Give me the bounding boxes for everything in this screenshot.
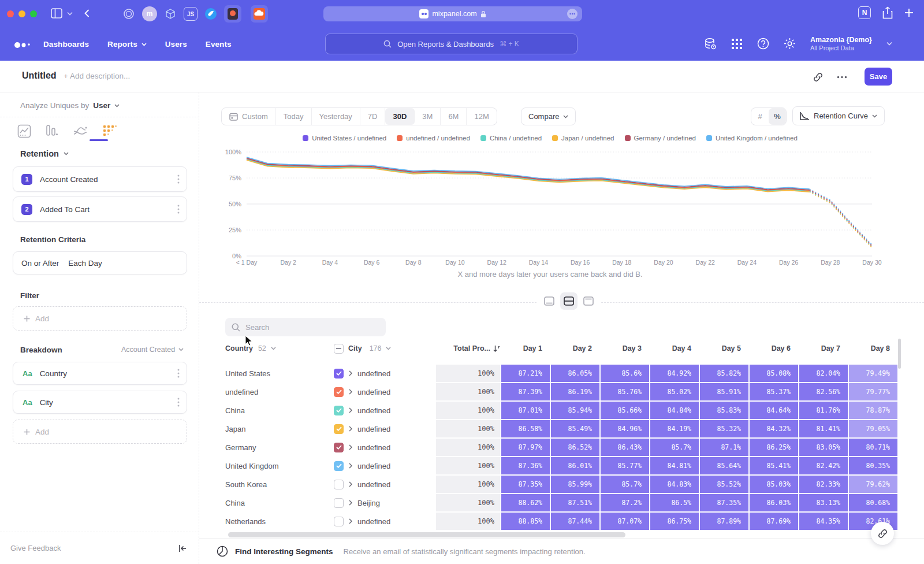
range-3m[interactable]: 3M	[415, 108, 441, 125]
tab-retention-icon[interactable]	[102, 124, 117, 138]
column-header-day[interactable]: Day 2	[550, 344, 599, 352]
expand-row-icon[interactable]	[349, 500, 352, 506]
expand-row-icon[interactable]	[349, 389, 352, 395]
report-title[interactable]: Untitled	[22, 70, 57, 81]
compare-dropdown[interactable]: Compare	[521, 107, 576, 125]
browser-sidebar-icon[interactable]	[51, 8, 62, 18]
browser-extension-target-icon[interactable]	[121, 6, 136, 21]
cell-day-value[interactable]: 79.62%	[849, 476, 898, 493]
expand-row-icon[interactable]	[349, 370, 352, 376]
cell-day-value[interactable]: 79.05%	[849, 420, 898, 437]
breakdown-card-city[interactable]: Aa City	[13, 391, 187, 414]
browser-extension-cube-icon[interactable]	[163, 6, 178, 21]
column-header-day[interactable]: Day 7	[798, 344, 848, 352]
cell-day-value[interactable]: 83.05%	[799, 439, 848, 456]
cell-day-value[interactable]: 87.89%	[700, 513, 749, 530]
column-header-day[interactable]: Day 5	[699, 344, 748, 352]
help-icon[interactable]	[757, 38, 769, 50]
cell-day-value[interactable]: 86.43%	[601, 439, 650, 456]
cell-day-value[interactable]: 87.35%	[700, 494, 749, 511]
cell-day-value[interactable]: 86.01%	[551, 457, 600, 474]
vertical-scrollbar[interactable]	[898, 339, 901, 369]
add-breakdown-button[interactable]: Add	[13, 420, 187, 444]
cell-day-value[interactable]: 85.7%	[650, 439, 699, 456]
format-percent-button[interactable]: %	[769, 108, 786, 125]
cell-day-value[interactable]: 87.69%	[750, 513, 799, 530]
cell-day-value[interactable]: 85.49%	[551, 420, 600, 437]
row-checkbox[interactable]	[334, 517, 344, 526]
minimize-window-button[interactable]	[18, 10, 25, 17]
legend-item[interactable]: United Kingdom / undefined	[706, 135, 798, 142]
column-header-country[interactable]: Country 52	[217, 344, 326, 352]
range-7d[interactable]: 7D	[360, 108, 386, 125]
cell-day-value[interactable]: 81.41%	[799, 420, 848, 437]
table-row[interactable]: United Kingdomundefined100%87.36%86.01%8…	[217, 457, 904, 474]
cell-day-value[interactable]: 88.62%	[501, 494, 550, 511]
breakdown-scope-select[interactable]: Account Created	[121, 346, 184, 354]
view-split-button[interactable]	[560, 292, 578, 310]
cell-day-value[interactable]: 86.03%	[750, 494, 799, 511]
tab-insights-icon[interactable]	[17, 124, 31, 138]
cell-day-value[interactable]: 85.52%	[700, 476, 749, 493]
column-header-day[interactable]: Day 1	[500, 344, 550, 352]
cell-day-value[interactable]: 80.71%	[849, 439, 898, 456]
cell-day-value[interactable]: 87.2%	[601, 494, 650, 511]
nav-dashboards[interactable]: Dashboards	[43, 40, 89, 49]
range-custom[interactable]: Custom	[222, 108, 276, 125]
table-row[interactable]: Germanyundefined100%87.97%86.52%86.43%85…	[217, 439, 904, 456]
range-yesterday[interactable]: Yesterday	[312, 108, 360, 125]
more-options-icon[interactable]	[837, 76, 847, 79]
cell-day-value[interactable]: 87.36%	[501, 457, 550, 474]
cell-day-value[interactable]: 84.35%	[799, 513, 848, 530]
browser-address-bar[interactable]: mixpanel.com	[323, 6, 582, 21]
expand-row-icon[interactable]	[349, 426, 352, 432]
table-row[interactable]: South Koreaundefined100%87.35%85.99%85.7…	[217, 476, 904, 493]
cell-day-value[interactable]: 87.51%	[551, 494, 600, 511]
cell-day-value[interactable]: 84.64%	[750, 402, 799, 419]
cell-day-value[interactable]: 87.44%	[551, 513, 600, 530]
retention-criteria-card[interactable]: On or After Each Day	[13, 251, 187, 274]
column-header-total[interactable]: Total Pro...	[436, 344, 500, 352]
browser-back-icon[interactable]	[84, 9, 90, 17]
cell-day-value[interactable]: 85.6%	[601, 365, 650, 382]
address-bar-more-icon[interactable]	[567, 9, 578, 19]
view-chart-only-button[interactable]	[541, 292, 558, 310]
column-header-day[interactable]: Day 3	[599, 344, 649, 352]
cell-day-value[interactable]: 85.64%	[700, 457, 749, 474]
cell-day-value[interactable]: 80.35%	[849, 457, 898, 474]
cell-day-value[interactable]: 84.84%	[650, 402, 699, 419]
cell-day-value[interactable]: 87.01%	[501, 402, 550, 419]
cell-day-value[interactable]: 86.19%	[551, 383, 600, 400]
browser-pinned-tab-orange-icon[interactable]	[251, 5, 268, 23]
breakdown-card-country[interactable]: Aa Country	[13, 362, 187, 385]
legend-item[interactable]: Japan / undefined	[552, 135, 614, 142]
range-6m[interactable]: 6M	[441, 108, 467, 125]
retention-section-title[interactable]: Retention	[20, 149, 59, 158]
row-checkbox[interactable]	[334, 369, 344, 379]
range-today[interactable]: Today	[276, 108, 312, 125]
cell-day-value[interactable]: 86.58%	[501, 420, 550, 437]
expand-row-icon[interactable]	[349, 481, 352, 487]
legend-item[interactable]: China / undefined	[480, 135, 542, 142]
cell-day-value[interactable]: 82.56%	[799, 383, 848, 400]
chart-type-dropdown[interactable]: Retention Curve	[792, 106, 885, 125]
cell-day-value[interactable]: 86.25%	[750, 439, 799, 456]
kebab-menu-icon[interactable]	[177, 369, 180, 378]
cell-day-value[interactable]: 78.87%	[849, 402, 898, 419]
select-all-checkbox[interactable]	[334, 344, 344, 354]
cell-day-value[interactable]: 84.96%	[601, 420, 650, 437]
cell-day-value[interactable]: 82.42%	[799, 457, 848, 474]
browser-sidebar-chevron-icon[interactable]	[67, 12, 73, 16]
expand-row-icon[interactable]	[349, 407, 352, 413]
cell-day-value[interactable]: 79.49%	[849, 365, 898, 382]
apps-grid-icon[interactable]	[731, 38, 743, 50]
cell-day-value[interactable]: 87.35%	[501, 476, 550, 493]
add-description-link[interactable]: + Add description...	[64, 72, 130, 80]
cell-day-value[interactable]: 85.02%	[650, 383, 699, 400]
format-absolute-button[interactable]: #	[751, 108, 769, 125]
cell-day-value[interactable]: 80.68%	[849, 494, 898, 511]
cell-day-value[interactable]: 85.76%	[601, 383, 650, 400]
cell-day-value[interactable]: 85.83%	[700, 402, 749, 419]
legend-item[interactable]: Germany / undefined	[625, 135, 696, 142]
expand-row-icon[interactable]	[349, 444, 352, 450]
